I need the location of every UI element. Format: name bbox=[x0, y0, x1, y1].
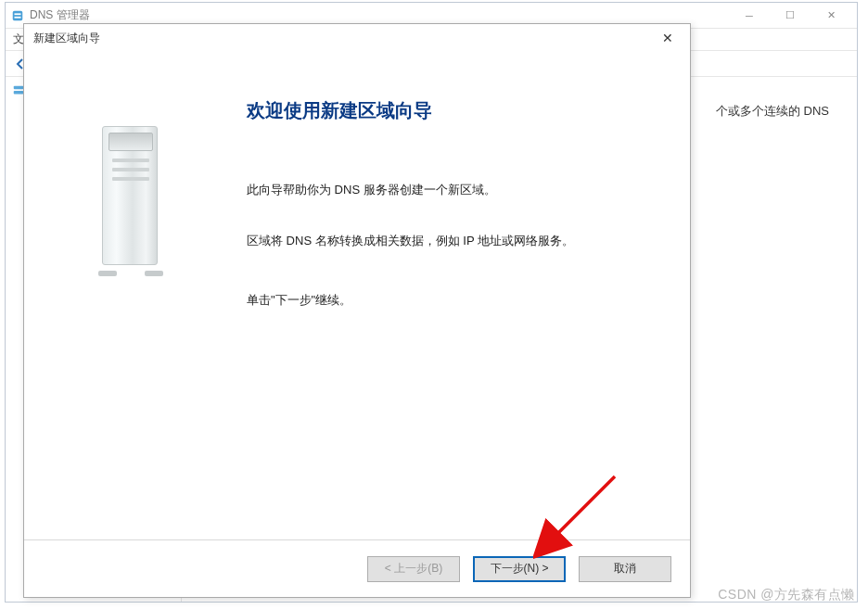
wizard-paragraph-2: 区域将 DNS 名称转换成相关数据，例如 IP 地址或网络服务。 bbox=[247, 230, 662, 253]
dialog-title-text: 新建区域向导 bbox=[33, 31, 100, 46]
wizard-paragraph-3: 单击"下一步"继续。 bbox=[247, 289, 662, 312]
svg-rect-2 bbox=[15, 16, 21, 18]
server-illustration-icon bbox=[80, 126, 182, 274]
wizard-paragraph-1: 此向导帮助你为 DNS 服务器创建一个新区域。 bbox=[247, 179, 662, 202]
next-button[interactable]: 下一步(N) > bbox=[473, 556, 566, 582]
dialog-titlebar: 新建区域向导 ✕ bbox=[24, 24, 690, 52]
dns-manager-icon bbox=[11, 9, 24, 22]
svg-rect-1 bbox=[15, 13, 21, 15]
cancel-button[interactable]: 取消 bbox=[579, 556, 671, 582]
svg-rect-0 bbox=[13, 10, 23, 20]
minimize-button[interactable]: ─ bbox=[729, 3, 770, 29]
svg-rect-3 bbox=[14, 86, 24, 90]
dialog-main-panel: 欢迎使用新建区域向导 此向导帮助你为 DNS 服务器创建一个新区域。 区域将 D… bbox=[237, 52, 690, 539]
svg-rect-4 bbox=[14, 91, 24, 95]
back-button: < 上一步(B) bbox=[367, 556, 460, 582]
parent-content-text: 个或多个连续的 DNS bbox=[716, 103, 829, 120]
new-zone-wizard-dialog: 新建区域向导 ✕ 欢迎使用新建区域向导 此向导帮助你为 DNS 服务器创建一个新… bbox=[23, 23, 691, 598]
dialog-side-panel bbox=[24, 52, 237, 539]
parent-title-text: DNS 管理器 bbox=[30, 7, 90, 23]
dialog-body: 欢迎使用新建区域向导 此向导帮助你为 DNS 服务器创建一个新区域。 区域将 D… bbox=[24, 52, 690, 539]
wizard-heading: 欢迎使用新建区域向导 bbox=[247, 98, 662, 123]
maximize-button[interactable]: ☐ bbox=[770, 3, 811, 29]
dialog-close-button[interactable]: ✕ bbox=[655, 28, 681, 48]
dialog-footer: < 上一步(B) 下一步(N) > 取消 bbox=[24, 539, 690, 597]
parent-close-button[interactable]: ✕ bbox=[811, 3, 851, 29]
